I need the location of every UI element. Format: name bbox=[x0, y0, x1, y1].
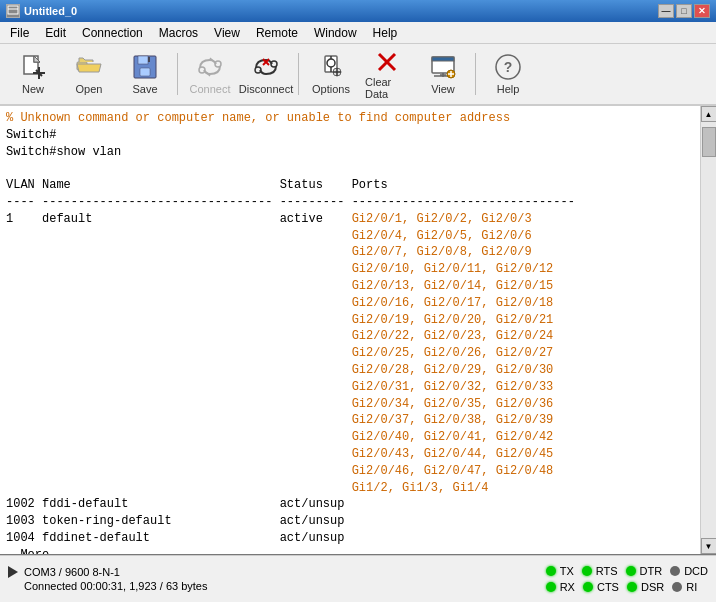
dtr-label: DTR bbox=[640, 565, 663, 577]
menu-remote[interactable]: Remote bbox=[248, 22, 306, 43]
save-icon bbox=[131, 53, 159, 81]
minimize-button[interactable]: — bbox=[658, 4, 674, 18]
toolbar-separator-3 bbox=[475, 53, 476, 95]
disconnect-icon bbox=[252, 53, 280, 81]
view-icon bbox=[429, 53, 457, 81]
status-connection-line: COM3 / 9600 8-N-1 bbox=[8, 566, 207, 578]
status-bar: COM3 / 9600 8-N-1 Connected 00:00:31, 1,… bbox=[0, 554, 716, 602]
svg-rect-30 bbox=[432, 57, 454, 61]
help-icon: ? bbox=[494, 53, 522, 81]
svg-text:?: ? bbox=[504, 59, 513, 75]
help-label: Help bbox=[497, 83, 520, 95]
clear-data-button[interactable]: Clear Data bbox=[360, 47, 414, 101]
app-icon bbox=[6, 4, 20, 18]
save-button[interactable]: Save bbox=[118, 47, 172, 101]
menu-macros[interactable]: Macros bbox=[151, 22, 206, 43]
status-left: COM3 / 9600 8-N-1 Connected 00:00:31, 1,… bbox=[8, 566, 207, 592]
help-button[interactable]: ? Help bbox=[481, 47, 535, 101]
menu-connection[interactable]: Connection bbox=[74, 22, 151, 43]
disconnect-label: Disconnect bbox=[239, 83, 293, 95]
clear-data-label: Clear Data bbox=[365, 76, 409, 100]
menu-window[interactable]: Window bbox=[306, 22, 365, 43]
menu-bar: File Edit Connection Macros View Remote … bbox=[0, 22, 716, 44]
menu-help[interactable]: Help bbox=[365, 22, 406, 43]
new-icon bbox=[19, 53, 47, 81]
clear-data-icon bbox=[373, 48, 401, 74]
cts-led bbox=[583, 582, 593, 592]
rx-label: RX bbox=[560, 581, 575, 593]
scrollbar[interactable]: ▲ ▼ bbox=[700, 106, 716, 554]
menu-view[interactable]: View bbox=[206, 22, 248, 43]
svg-rect-11 bbox=[148, 57, 150, 62]
dcd-label: DCD bbox=[684, 565, 708, 577]
view-label: View bbox=[431, 83, 455, 95]
open-button[interactable]: Open bbox=[62, 47, 116, 101]
dsr-indicator: DSR bbox=[627, 581, 664, 593]
scroll-down-button[interactable]: ▼ bbox=[701, 538, 717, 554]
svg-rect-0 bbox=[8, 6, 18, 14]
options-label: Options bbox=[312, 83, 350, 95]
status-arrow-icon bbox=[8, 566, 18, 578]
dtr-indicator: DTR bbox=[626, 565, 663, 577]
connect-button[interactable]: Connect bbox=[183, 47, 237, 101]
open-label: Open bbox=[76, 83, 103, 95]
open-icon bbox=[75, 53, 103, 81]
svg-rect-9 bbox=[138, 56, 148, 64]
options-button[interactable]: Options bbox=[304, 47, 358, 101]
toolbar-separator-2 bbox=[298, 53, 299, 95]
scroll-thumb[interactable] bbox=[702, 127, 716, 157]
dsr-label: DSR bbox=[641, 581, 664, 593]
menu-edit[interactable]: Edit bbox=[37, 22, 74, 43]
scroll-up-button[interactable]: ▲ bbox=[701, 106, 717, 122]
window-title: Untitled_0 bbox=[24, 5, 77, 17]
rts-label: RTS bbox=[596, 565, 618, 577]
rx-led bbox=[546, 582, 556, 592]
terminal-container: % Unknown command or computer name, or u… bbox=[0, 106, 716, 554]
dsr-led bbox=[627, 582, 637, 592]
status-info-line: Connected 00:00:31, 1,923 / 63 bytes bbox=[8, 580, 207, 592]
dtr-led bbox=[626, 566, 636, 576]
dcd-indicator: DCD bbox=[670, 565, 708, 577]
view-button[interactable]: View bbox=[416, 47, 470, 101]
status-indicators-row2: RX CTS DSR RI bbox=[546, 581, 708, 593]
tx-label: TX bbox=[560, 565, 574, 577]
rx-indicator: RX bbox=[546, 581, 575, 593]
title-bar: Untitled_0 — □ ✕ bbox=[0, 0, 716, 22]
cts-indicator: CTS bbox=[583, 581, 619, 593]
ri-indicator: RI bbox=[672, 581, 697, 593]
ri-label: RI bbox=[686, 581, 697, 593]
close-button[interactable]: ✕ bbox=[694, 4, 710, 18]
toolbar-separator-1 bbox=[177, 53, 178, 95]
tx-indicator: TX bbox=[546, 565, 574, 577]
disconnect-button[interactable]: Disconnect bbox=[239, 47, 293, 101]
svg-rect-10 bbox=[140, 68, 150, 76]
maximize-button[interactable]: □ bbox=[676, 4, 692, 18]
toolbar: New Open Save bbox=[0, 44, 716, 106]
new-label: New bbox=[22, 83, 44, 95]
rts-indicator: RTS bbox=[582, 565, 618, 577]
cts-label: CTS bbox=[597, 581, 619, 593]
save-label: Save bbox=[132, 83, 157, 95]
connect-label: Connect bbox=[190, 83, 231, 95]
dcd-led bbox=[670, 566, 680, 576]
scroll-track[interactable] bbox=[701, 122, 716, 538]
status-right: TX RTS DTR DCD RX CTS bbox=[546, 565, 708, 593]
tx-led bbox=[546, 566, 556, 576]
status-indicators-row1: TX RTS DTR DCD bbox=[546, 565, 708, 577]
connection-info: COM3 / 9600 8-N-1 bbox=[24, 566, 120, 578]
connection-status: Connected 00:00:31, 1,923 / 63 bytes bbox=[24, 580, 207, 592]
terminal-output[interactable]: % Unknown command or computer name, or u… bbox=[0, 106, 700, 554]
options-icon bbox=[317, 53, 345, 81]
connect-icon bbox=[196, 53, 224, 81]
new-button[interactable]: New bbox=[6, 47, 60, 101]
rts-led bbox=[582, 566, 592, 576]
ri-led bbox=[672, 582, 682, 592]
menu-file[interactable]: File bbox=[2, 22, 37, 43]
